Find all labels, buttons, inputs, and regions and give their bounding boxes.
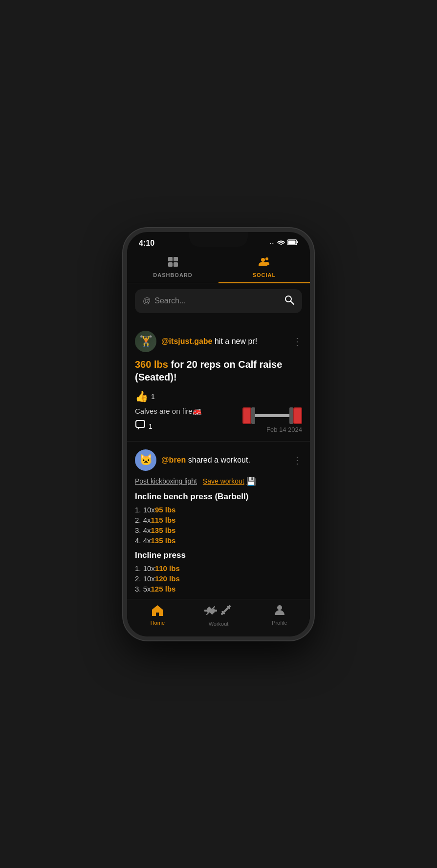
- set-2-3: 3. 5x125 lbs: [135, 585, 302, 593]
- plate-connector-left: [251, 407, 255, 424]
- status-time: 4:10: [139, 239, 154, 248]
- bottom-nav: Home: [127, 599, 310, 636]
- svg-rect-19: [223, 607, 229, 613]
- pr-stat: 360 lbs for 20 reps on Calf raise (Seate…: [135, 358, 302, 383]
- nav-profile-label: Profile: [272, 620, 287, 626]
- plate-connector-right: [289, 407, 293, 424]
- at-symbol: @: [143, 296, 151, 305]
- set-weight-2-3: 125 lbs: [151, 585, 176, 593]
- search-icon[interactable]: [284, 295, 294, 307]
- exercise-section-1: Incline bench press (Barbell) 1. 10x95 l…: [135, 492, 302, 545]
- workout-links: Post kickboxing light Save workout 💾: [135, 477, 302, 486]
- set-1-1: 1. 10x95 lbs: [135, 506, 302, 514]
- set-2-2: 2. 10x120 lbs: [135, 574, 302, 583]
- workout-icon: [204, 604, 233, 619]
- post-username-2: @bren shared a workout.: [161, 456, 250, 465]
- svg-rect-3: [174, 257, 178, 261]
- social-feed: 🏋 @itsjust.gabe hit a new pr! ⋮ 360 lbs …: [127, 319, 310, 599]
- nav-profile[interactable]: Profile: [249, 604, 310, 627]
- svg-rect-5: [174, 262, 178, 267]
- wifi-icon: [277, 239, 285, 247]
- set-1-3: 3. 4x135 lbs: [135, 526, 302, 534]
- tab-active-indicator: [218, 282, 310, 283]
- save-workout-link[interactable]: Save workout 💾: [203, 477, 256, 486]
- workout-link[interactable]: Post kickboxing light: [135, 477, 197, 485]
- svg-line-9: [291, 301, 294, 304]
- post-bottom-row: 👍 1 Calves are on fire🚒 1: [135, 390, 302, 433]
- set-weight-2-2: 120 lbs: [155, 574, 180, 583]
- post-right-side: Feb 14 2024: [242, 407, 302, 433]
- pr-weight: 360 lbs: [135, 359, 168, 370]
- username-highlight-1: @itsjust.gabe: [161, 337, 213, 345]
- post-user-row-2: 🐱 @bren shared a workout.: [135, 449, 250, 471]
- post-user-row-1: 🏋 @itsjust.gabe hit a new pr!: [135, 331, 257, 352]
- post-action-2: shared a workout.: [186, 456, 250, 464]
- home-icon: [151, 604, 164, 618]
- barbell-bar: [255, 414, 289, 417]
- exercise-name-2: Incline press: [135, 550, 302, 560]
- svg-point-7: [265, 257, 268, 260]
- post-username-1: @itsjust.gabe hit a new pr!: [161, 337, 257, 346]
- set-weight-1-1: 95 lbs: [155, 506, 176, 514]
- search-container: @ Search...: [127, 283, 310, 319]
- svg-rect-1: [288, 241, 296, 244]
- comment-count: 1: [149, 423, 153, 430]
- comment-action-row: 1: [135, 420, 202, 433]
- phone-frame: 4:10 ···: [123, 228, 314, 640]
- svg-point-8: [285, 296, 291, 302]
- tab-dashboard-label: DASHBOARD: [153, 272, 193, 278]
- exercise-section-2: Incline press 1. 10x110 lbs 2. 10x120 lb…: [135, 550, 302, 593]
- exercise-name-1: Incline bench press (Barbell): [135, 492, 302, 502]
- set-weight-1-3: 135 lbs: [151, 526, 176, 534]
- set-2-1: 1. 10x110 lbs: [135, 564, 302, 572]
- like-action-row: 👍 1: [135, 390, 202, 403]
- phone-screen: 4:10 ···: [127, 232, 310, 636]
- post-actions-left: 👍 1 Calves are on fire🚒 1: [135, 390, 202, 433]
- post-card-pr: 🏋 @itsjust.gabe hit a new pr! ⋮ 360 lbs …: [127, 323, 310, 442]
- set-weight-1-2: 115 lbs: [151, 516, 176, 524]
- post-header-2: 🐱 @bren shared a workout. ⋮: [135, 449, 302, 471]
- set-weight-1-4: 135 lbs: [151, 536, 176, 545]
- save-workout-text: Save workout: [203, 477, 244, 485]
- weight-plate-right: [293, 407, 302, 424]
- pr-reps: 20 reps: [187, 359, 221, 370]
- nav-workout[interactable]: Workout: [188, 604, 249, 627]
- weight-plate-left: [242, 407, 251, 424]
- floppy-disk-icon: 💾: [246, 477, 256, 486]
- post-header-1: 🏋 @itsjust.gabe hit a new pr! ⋮: [135, 331, 302, 352]
- like-count: 1: [151, 393, 155, 401]
- svg-rect-10: [136, 421, 145, 427]
- svg-point-22: [277, 605, 282, 610]
- nav-workout-label: Workout: [209, 621, 229, 627]
- pr-text: for: [168, 359, 187, 370]
- tab-social[interactable]: SOCIAL: [218, 251, 310, 283]
- nav-home-label: Home: [151, 620, 165, 626]
- svg-rect-15: [214, 610, 217, 612]
- tab-dashboard[interactable]: DASHBOARD: [127, 251, 218, 283]
- status-icons: ···: [270, 239, 298, 247]
- avatar-bren: 🐱: [135, 449, 156, 471]
- battery-icon: [287, 239, 298, 247]
- svg-rect-4: [168, 262, 173, 267]
- comment-text: Calves are on fire🚒: [135, 407, 202, 416]
- nav-home[interactable]: Home: [127, 604, 188, 627]
- top-tabs: DASHBOARD SOCIAL: [127, 251, 310, 283]
- post-action-1: hit a new pr!: [213, 337, 258, 345]
- more-options-btn-2[interactable]: ⋮: [292, 454, 302, 466]
- barbell-visual: [242, 407, 302, 424]
- search-bar[interactable]: @ Search...: [135, 289, 302, 313]
- svg-point-6: [261, 258, 265, 262]
- signal-dots-icon: ···: [270, 240, 275, 247]
- set-1-2: 2. 4x115 lbs: [135, 516, 302, 524]
- set-1-4: 4. 4x135 lbs: [135, 536, 302, 545]
- search-placeholder: Search...: [154, 296, 281, 305]
- tab-social-label: SOCIAL: [253, 272, 276, 278]
- dashboard-icon: [168, 256, 178, 270]
- post-date-1: Feb 14 2024: [266, 426, 302, 433]
- like-icon[interactable]: 👍: [135, 390, 148, 403]
- social-icon: [259, 256, 270, 270]
- profile-icon: [274, 604, 285, 618]
- comment-icon[interactable]: [135, 420, 146, 433]
- set-weight-2-1: 110 lbs: [155, 564, 180, 572]
- more-options-btn-1[interactable]: ⋮: [292, 336, 302, 347]
